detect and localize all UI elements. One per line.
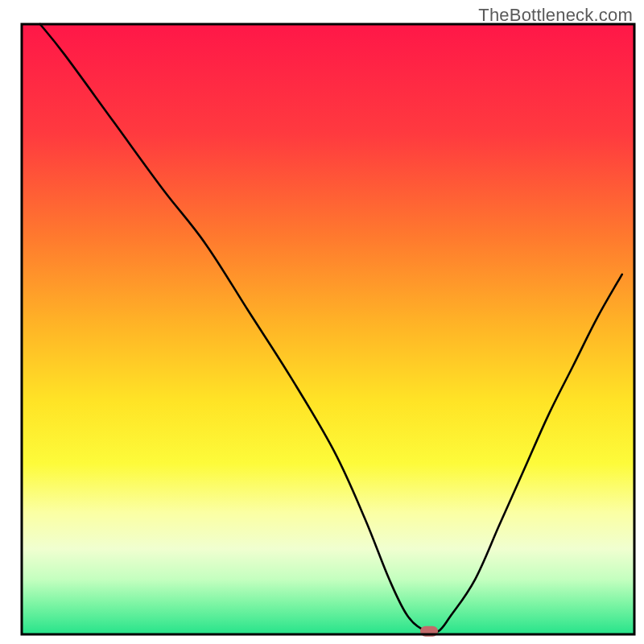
watermark-label: TheBottleneck.com: [478, 5, 633, 26]
chart-container: TheBottleneck.com: [0, 0, 644, 644]
bottleneck-chart: [0, 0, 644, 644]
gradient-background: [22, 24, 634, 634]
